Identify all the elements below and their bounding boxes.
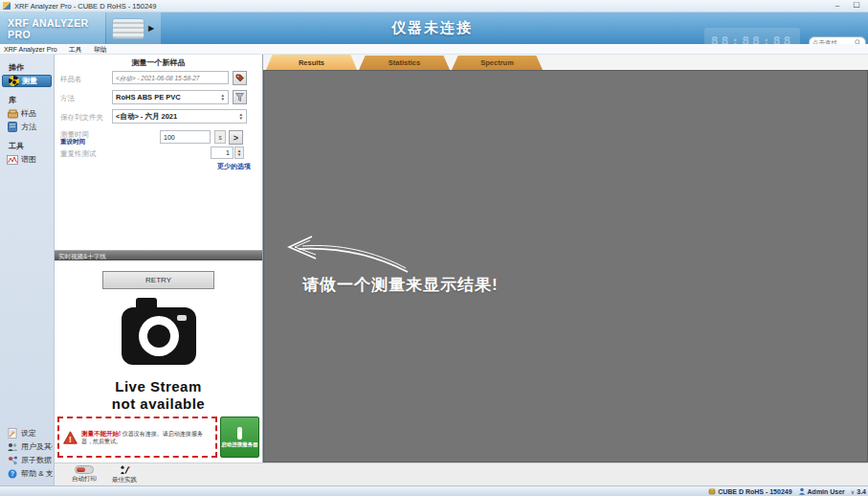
tag-icon — [235, 74, 244, 82]
repeat-label: 重复性测试 — [60, 149, 97, 159]
repeat-stepper[interactable]: ▲▼ — [234, 147, 244, 159]
spinner-arrows-icon: ▲▼ — [237, 149, 241, 157]
sidebar: 操作 测量 库 样品 方法 工具 谱图 — [0, 55, 55, 485]
expand-arrow-icon[interactable]: ▶ — [148, 24, 154, 33]
measure-warning-box: ! 测量不能开始! 仪器没有连接。请启动连接服务器，然后重试。 — [57, 417, 217, 458]
camera-icon — [117, 294, 201, 380]
menu-app[interactable]: XRF Analyzer Pro — [0, 44, 63, 55]
measure-time-input[interactable] — [160, 130, 211, 144]
measure-panel: 测量一个新样品 样品名 方法 RoHS ABS PE PVC ▲▼ 保存到文件夹… — [55, 55, 263, 462]
radiation-icon — [8, 76, 19, 86]
best-practice-button[interactable]: 最佳实践 — [112, 465, 137, 485]
sidebar-item-settings[interactable]: 设定 — [2, 427, 53, 440]
users-icon — [7, 441, 18, 452]
status-user[interactable]: Admin User — [798, 487, 845, 495]
reset-time-link[interactable]: 重设时间 — [60, 138, 85, 147]
best-practice-icon — [120, 465, 130, 475]
funnel-icon — [235, 93, 244, 101]
power-bar-icon — [237, 427, 242, 440]
connection-status: 仪器未连接 — [161, 12, 703, 44]
sidebar-section-operation: 操作 — [9, 62, 54, 73]
sketch-arrow-icon — [283, 234, 412, 277]
menu-bar: XRF Analyzer Pro 工具 帮助 — [0, 44, 868, 55]
instrument-image — [112, 18, 145, 39]
results-panel: Results Statistics Spectrum 请做一个测量来显示结果! — [263, 55, 868, 462]
sidebar-item-help[interactable]: ? 帮助 & 支持 — [2, 467, 53, 480]
start-server-button[interactable]: 启动连接服务器 — [220, 417, 259, 458]
sidebar-item-atomic-data[interactable]: 原子数据 — [2, 454, 53, 466]
bottom-toolbar: 自动打印 最佳实践 — [55, 462, 868, 485]
stream-unavailable-message: Live Stream not available — [55, 378, 262, 413]
fewer-options-link[interactable]: 更少的选项 — [217, 162, 251, 171]
title-bar: XRF Analyzer Pro - CUBE D RoHS - 150249 … — [0, 0, 868, 12]
menu-tools[interactable]: 工具 — [63, 44, 88, 55]
sidebar-item-methods[interactable]: 方法 — [2, 121, 52, 133]
tab-results[interactable]: Results — [266, 55, 357, 70]
app-logo: XRF ANALYZER PRO — [0, 12, 105, 44]
time-extend-button[interactable]: > — [229, 130, 243, 145]
toggle-icon[interactable] — [75, 465, 94, 474]
tab-spectrum[interactable]: Spectrum — [452, 56, 543, 70]
status-version: ∨ 3.4 — [851, 488, 866, 495]
live-video-header[interactable]: 实时视频&十字线 — [55, 250, 262, 260]
folder-label: 保存到文件夹 — [60, 113, 103, 123]
sidebar-section-library: 库 — [9, 95, 54, 105]
app-header: XRF ANALYZER PRO ▶ 仪器未连接 88:88:88 — [0, 12, 868, 44]
sample-tray-icon — [7, 108, 18, 119]
status-bar: CUBE D RoHS - 150249 Admin User ∨ 3.4 — [0, 485, 868, 496]
user-icon — [798, 487, 806, 495]
tab-statistics[interactable]: Statistics — [359, 56, 450, 70]
warning-icon: ! — [63, 431, 78, 444]
retry-button[interactable]: RETRY — [102, 271, 214, 289]
method-book-icon — [7, 122, 18, 132]
chevron-down-icon: ∨ — [851, 488, 855, 495]
maximize-button[interactable]: ☐ — [847, 0, 866, 11]
measure-panel-title: 测量一个新样品 — [55, 57, 262, 68]
app-icon — [3, 2, 11, 10]
menu-help[interactable]: 帮助 — [88, 44, 113, 55]
spinner-arrows-icon[interactable]: ▲▼ — [239, 113, 243, 121]
instrument-thumbnail[interactable]: ▶ — [106, 12, 161, 44]
sidebar-section-tools: 工具 — [9, 141, 54, 151]
auto-print-toggle[interactable]: 自动打印 — [72, 465, 97, 484]
window-title: XRF Analyzer Pro - CUBE D RoHS - 150249 — [14, 2, 156, 11]
folder-dropdown[interactable]: <自动> - 六月 2021 ▲▼ — [112, 109, 247, 124]
svg-text:!: ! — [69, 434, 72, 443]
spinner-arrows-icon[interactable]: ▲▼ — [221, 94, 225, 101]
method-filter-button[interactable] — [233, 90, 247, 104]
sample-tag-button[interactable] — [233, 71, 247, 85]
sidebar-item-samples[interactable]: 样品 — [2, 107, 52, 120]
status-device: CUBE D RoHS - 150249 — [708, 487, 791, 495]
repeat-count-input[interactable]: 1 — [211, 147, 234, 159]
empty-results-message: 请做一个测量来显示结果! — [302, 274, 499, 296]
time-unit-box: s — [214, 130, 226, 144]
results-empty-area: 请做一个测量来显示结果! — [263, 70, 868, 462]
spectrum-chart-icon — [7, 154, 18, 165]
settings-icon — [7, 428, 18, 439]
method-label: 方法 — [60, 94, 75, 103]
minimize-button[interactable]: – — [828, 0, 847, 11]
sample-name-label: 样品名 — [60, 75, 82, 84]
molecule-icon — [7, 455, 18, 465]
warning-message: 测量不能开始! 仪器没有连接。请启动连接服务器，然后重试。 — [81, 430, 211, 445]
svg-text:?: ? — [11, 470, 14, 477]
sample-name-input[interactable] — [112, 71, 229, 84]
sidebar-item-spectrum[interactable]: 谱图 — [2, 153, 52, 166]
sidebar-item-measure[interactable]: 测量 — [2, 75, 52, 87]
app-window: XRF Analyzer Pro - CUBE D RoHS - 150249 … — [0, 0, 868, 496]
method-dropdown[interactable]: RoHS ABS PE PVC ▲▼ — [112, 90, 229, 104]
sidebar-item-users[interactable]: 用户及其他 — [2, 440, 53, 453]
device-icon — [708, 487, 716, 495]
help-icon: ? — [7, 468, 18, 479]
